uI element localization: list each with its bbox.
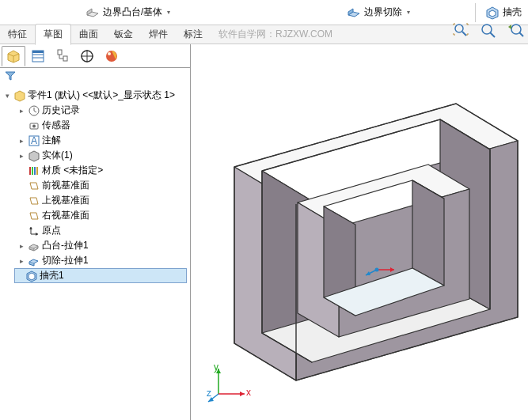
zoom-fit-button[interactable] [450, 21, 473, 40]
tree-label: 材质 <未指定> [42, 164, 103, 177]
tab-surface[interactable]: 曲面 [71, 25, 106, 44]
tree-label: 凸台-拉伸1 [42, 239, 89, 252]
boundary-cut-icon [347, 6, 361, 20]
tree-node-sensors[interactable]: 传感器 [14, 118, 187, 133]
tree-root-label: 零件1 (默认) <<默认>_显示状态 1> [28, 89, 175, 102]
tab-weldment[interactable]: 焊件 [141, 25, 176, 44]
feature-tree[interactable]: ▾ 零件1 (默认) <<默认>_显示状态 1> ▸ 历史记录 [0, 86, 190, 420]
svg-point-23 [108, 52, 111, 55]
collapse-icon[interactable]: ▾ [3, 91, 12, 100]
top-toolbar: 边界凸台/基体 ▾ 边界切除 ▾ 抽壳 [0, 0, 528, 25]
panel-tab-dimxpert[interactable] [75, 46, 99, 66]
orientation-triad[interactable] [361, 258, 401, 284]
annotations-icon: A [28, 134, 40, 147]
tab-sketch[interactable]: 草图 [35, 24, 71, 45]
command-tab-strip: 特征 草图 曲面 钣金 焊件 标注 软件自学网：RJZXW.COM [0, 25, 528, 44]
svg-line-9 [519, 32, 523, 36]
tree-label: 切除-拉伸1 [42, 254, 89, 267]
svg-line-7 [490, 32, 495, 37]
plane-icon [28, 210, 40, 222]
tree-label: 实体(1) [42, 149, 73, 162]
tree-node-extrude1[interactable]: ▸ 凸台-拉伸1 [14, 238, 187, 253]
tree-label: 历史记录 [42, 104, 80, 117]
watermark-text: 软件自学网：RJZXW.COM [218, 28, 332, 41]
tree-label: 前视基准面 [42, 179, 89, 192]
expand-icon[interactable]: ▸ [17, 151, 26, 160]
feature-manager-panel: ▾ 零件1 (默认) <<默认>_显示状态 1> ▸ 历史记录 [0, 44, 191, 420]
tree-label: 注解 [42, 134, 61, 147]
tree-node-shell1[interactable]: 抽壳1 [14, 268, 187, 283]
coordinate-triad: y x z [207, 362, 254, 408]
tree-label: 传感器 [42, 119, 70, 132]
tree-root-node[interactable]: ▾ 零件1 (默认) <<默认>_显示状态 1> [3, 88, 187, 103]
boundary-boss-label: 边界凸台/基体 [103, 6, 162, 19]
tree-label: 右视基准面 [42, 209, 89, 222]
tree-label: 原点 [42, 224, 61, 237]
tree-node-front-plane[interactable]: 前视基准面 [14, 178, 187, 193]
expand-icon[interactable]: ▸ [17, 256, 26, 265]
tree-label: 上视基准面 [42, 194, 89, 207]
tree-node-right-plane[interactable]: 右视基准面 [14, 208, 187, 223]
tree-node-history[interactable]: ▸ 历史记录 [14, 103, 187, 118]
svg-line-5 [462, 32, 466, 36]
dropdown-arrow-icon: ▾ [407, 9, 410, 16]
separator [475, 3, 476, 22]
expand-icon[interactable]: ▸ [17, 106, 26, 115]
tab-surface-label: 曲面 [79, 28, 98, 40]
shell-button[interactable]: 抽壳 [479, 4, 528, 21]
tab-feature-label: 特征 [8, 28, 27, 40]
tab-feature[interactable]: 特征 [0, 25, 35, 44]
tab-sheetmetal-label: 钣金 [114, 28, 133, 40]
expand-icon[interactable]: ▸ [17, 136, 26, 145]
boundary-cut-label: 边界切除 [364, 6, 402, 19]
part-icon [13, 89, 26, 102]
filter-icon[interactable] [5, 73, 16, 84]
panel-tab-property[interactable] [26, 46, 50, 66]
zoom-area-button[interactable] [477, 21, 500, 40]
tab-annotation[interactable]: 标注 [176, 25, 211, 44]
axis-x-label: x [246, 387, 251, 398]
tree-node-solid[interactable]: ▸ 实体(1) [14, 148, 187, 163]
sensors-icon [28, 119, 40, 132]
tree-node-annotations[interactable]: ▸ A 注解 [14, 133, 187, 148]
dropdown-arrow-icon: ▾ [167, 9, 170, 16]
tab-sheetmetal[interactable]: 钣金 [106, 25, 141, 44]
axis-y-label: y [214, 362, 218, 373]
shell-icon [25, 270, 38, 282]
view-tools [450, 21, 526, 40]
tree-node-top-plane[interactable]: 上视基准面 [14, 193, 187, 208]
history-icon [28, 104, 40, 117]
tab-sketch-label: 草图 [44, 28, 63, 40]
svg-point-53 [375, 268, 379, 272]
plane-icon [28, 195, 40, 207]
panel-tab-display[interactable] [100, 46, 123, 66]
tab-annotation-label: 标注 [184, 28, 203, 40]
panel-tab-strip [0, 44, 190, 68]
tree-node-material[interactable]: 材质 <未指定> [14, 163, 187, 178]
panel-tab-feature-tree[interactable] [2, 46, 25, 66]
tree-node-cut1[interactable]: ▸ 切除-拉伸1 [14, 253, 187, 268]
main-area: ▾ 零件1 (默认) <<默认>_显示状态 1> ▸ 历史记录 [0, 44, 528, 420]
svg-rect-17 [58, 50, 62, 55]
boundary-boss-button[interactable]: 边界凸台/基体 ▾ [79, 4, 177, 21]
cut-icon [28, 255, 40, 267]
expand-icon[interactable]: ▸ [17, 241, 26, 250]
panel-tab-config[interactable] [51, 46, 74, 66]
svg-rect-16 [32, 51, 44, 53]
shell-icon [485, 6, 500, 20]
tree-node-origin[interactable]: 原点 [14, 223, 187, 238]
boundary-cut-button[interactable]: 边界切除 ▾ [340, 4, 416, 21]
extrude-icon [28, 240, 40, 252]
svg-rect-18 [63, 56, 67, 61]
origin-icon [28, 225, 40, 237]
prev-view-button[interactable] [504, 21, 526, 40]
boundary-boss-icon [85, 6, 100, 20]
tree-label: 抽壳1 [40, 269, 64, 282]
plane-icon [28, 180, 40, 192]
svg-point-26 [32, 124, 36, 127]
graphics-viewport[interactable]: y x z [191, 44, 528, 420]
svg-point-4 [455, 25, 463, 32]
shell-label: 抽壳 [503, 6, 522, 19]
axis-z-label: z [207, 388, 211, 399]
svg-text:A: A [31, 135, 37, 146]
